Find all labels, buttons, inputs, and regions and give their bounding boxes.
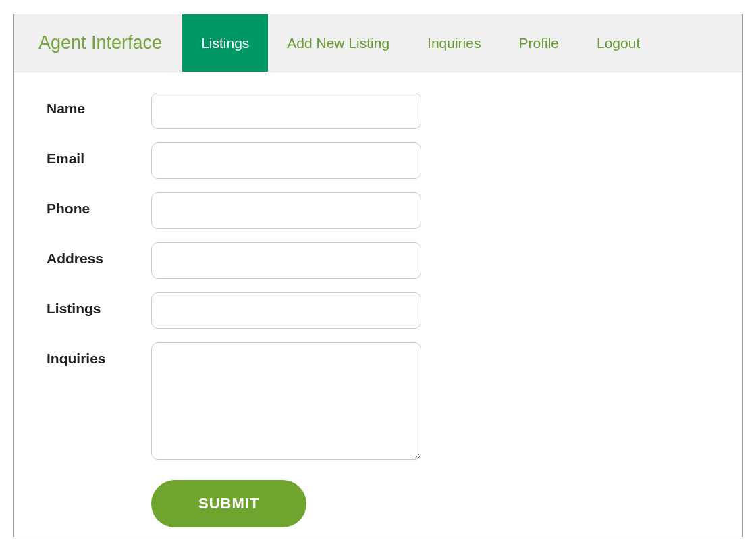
form-content: Name Email Phone Address Listings Inquir… [14, 72, 742, 537]
input-email[interactable] [151, 142, 421, 179]
label-listings: Listings [47, 292, 151, 317]
label-name: Name [47, 93, 151, 117]
input-name[interactable] [151, 93, 421, 129]
form-row-inquiries: Inquiries [47, 342, 709, 460]
form-row-email: Email [47, 142, 709, 179]
nav-profile[interactable]: Profile [500, 14, 578, 72]
nav-add-new-listing[interactable]: Add New Listing [268, 14, 408, 72]
app-window: Agent Interface Listings Add New Listing… [14, 14, 742, 537]
label-email: Email [47, 142, 151, 167]
brand-title: Agent Interface [14, 14, 182, 72]
form-row-listings: Listings [47, 292, 709, 329]
submit-row: SUBMIT [47, 480, 709, 527]
input-listings[interactable] [151, 292, 421, 329]
form-row-name: Name [47, 93, 709, 129]
submit-button[interactable]: SUBMIT [151, 480, 306, 527]
input-phone[interactable] [151, 192, 421, 229]
navbar: Agent Interface Listings Add New Listing… [14, 14, 742, 72]
input-address[interactable] [151, 242, 421, 279]
form-row-address: Address [47, 242, 709, 279]
nav-logout[interactable]: Logout [578, 14, 659, 72]
form-row-phone: Phone [47, 192, 709, 229]
textarea-inquiries[interactable] [151, 342, 421, 460]
nav-listings[interactable]: Listings [182, 14, 268, 72]
label-inquiries: Inquiries [47, 342, 151, 367]
label-address: Address [47, 242, 151, 267]
label-phone: Phone [47, 192, 151, 217]
nav-inquiries[interactable]: Inquiries [408, 14, 500, 72]
